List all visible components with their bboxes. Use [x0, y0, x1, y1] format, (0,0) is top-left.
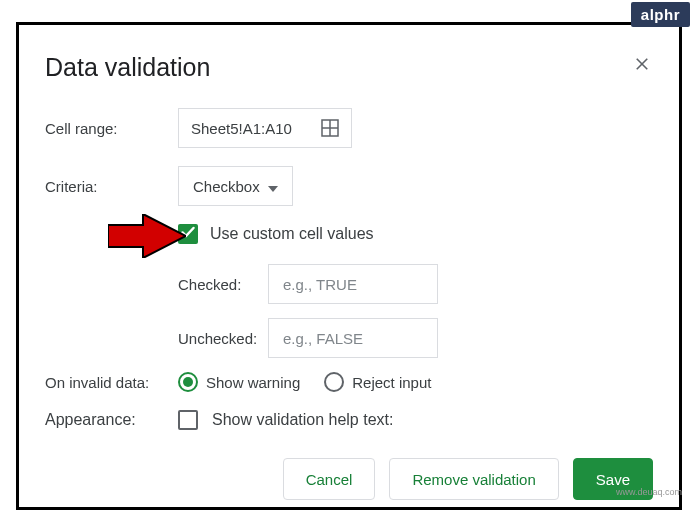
close-button[interactable]	[631, 53, 653, 79]
criteria-detail-block: Use custom cell values Checked: Unchecke…	[178, 224, 653, 358]
svg-marker-5	[268, 186, 278, 192]
criteria-dropdown[interactable]: Checkbox	[178, 166, 293, 206]
appearance-row: Appearance: Show validation help text:	[45, 410, 653, 430]
custom-values-row: Use custom cell values	[178, 224, 653, 244]
criteria-row: Criteria: Checkbox	[45, 166, 653, 206]
dialog-header: Data validation	[45, 53, 653, 82]
checked-input[interactable]	[268, 264, 438, 304]
close-icon	[633, 59, 651, 76]
invalid-data-radio-group: Show warning Reject input	[178, 372, 431, 392]
help-text-checkbox-wrap: Show validation help text:	[178, 410, 393, 430]
checked-row: Checked:	[178, 264, 653, 304]
chevron-down-icon	[268, 178, 278, 195]
dialog-footer: Cancel Remove validation Save	[45, 458, 653, 500]
dialog-title: Data validation	[45, 53, 210, 82]
unchecked-input[interactable]	[268, 318, 438, 358]
radio-icon-checked	[178, 372, 198, 392]
reject-input-radio[interactable]: Reject input	[324, 372, 431, 392]
invalid-data-label: On invalid data:	[45, 374, 178, 391]
unchecked-label: Unchecked:	[178, 330, 268, 347]
alphr-logo: alphr	[631, 2, 690, 27]
criteria-dropdown-label: Checkbox	[193, 178, 260, 195]
criteria-label: Criteria:	[45, 178, 178, 195]
watermark: www.deuaq.com	[616, 487, 682, 497]
arrow-annotation	[108, 214, 186, 262]
remove-validation-button[interactable]: Remove validation	[389, 458, 558, 500]
show-warning-radio[interactable]: Show warning	[178, 372, 300, 392]
reject-input-label: Reject input	[352, 374, 431, 391]
grid-icon[interactable]	[321, 119, 339, 137]
help-text-label: Show validation help text:	[212, 411, 393, 429]
svg-marker-6	[108, 214, 186, 258]
data-validation-dialog: Data validation Cell range: Criteria:	[16, 22, 682, 510]
radio-icon-unchecked	[324, 372, 344, 392]
cancel-button[interactable]: Cancel	[283, 458, 376, 500]
unchecked-row: Unchecked:	[178, 318, 653, 358]
cell-range-row: Cell range:	[45, 108, 653, 148]
cell-range-input-wrap[interactable]	[178, 108, 352, 148]
checked-label: Checked:	[178, 276, 268, 293]
custom-values-label: Use custom cell values	[210, 225, 374, 243]
cell-range-label: Cell range:	[45, 120, 178, 137]
show-warning-label: Show warning	[206, 374, 300, 391]
cell-range-input[interactable]	[191, 120, 311, 137]
invalid-data-row: On invalid data: Show warning Reject inp…	[45, 372, 653, 392]
help-text-checkbox[interactable]	[178, 410, 198, 430]
appearance-label: Appearance:	[45, 411, 178, 429]
